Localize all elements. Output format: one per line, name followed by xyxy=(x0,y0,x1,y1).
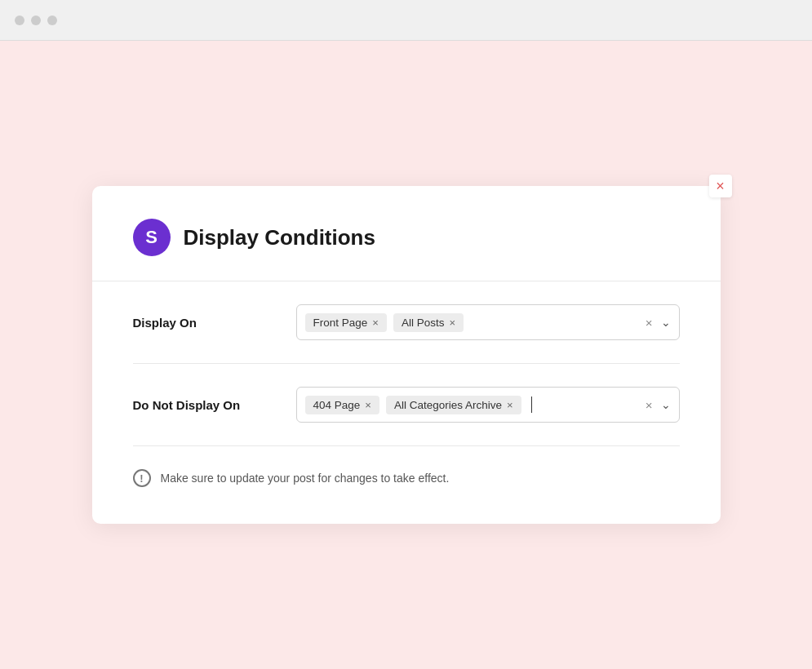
page-background: × S Display Conditions Display On Front … xyxy=(0,41,812,669)
display-on-field[interactable]: Front Page × All Posts × × ⌄ xyxy=(296,304,680,340)
tag-front-page: Front Page × xyxy=(305,313,387,332)
do-not-display-field-actions: × ⌄ xyxy=(646,398,671,411)
do-not-display-chevron-icon[interactable]: ⌄ xyxy=(661,398,671,411)
browser-dot-1 xyxy=(15,16,24,25)
display-on-row: Display On Front Page × All Posts × × ⌄ xyxy=(133,281,680,364)
modal-wrapper: × S Display Conditions Display On Front … xyxy=(92,186,721,524)
tag-all-posts: All Posts × xyxy=(393,313,464,332)
do-not-display-field[interactable]: 404 Page × All Categories Archive × × ⌄ xyxy=(296,387,680,423)
display-on-clear-icon[interactable]: × xyxy=(646,317,653,329)
do-not-display-row: Do Not Display On 404 Page × All Categor… xyxy=(133,364,680,446)
info-text: Make sure to update your post for change… xyxy=(161,472,450,485)
browser-dot-2 xyxy=(31,16,41,25)
close-icon: × xyxy=(716,178,725,195)
display-on-field-actions: × ⌄ xyxy=(646,316,671,329)
modal-header: S Display Conditions xyxy=(133,219,680,256)
logo-icon: S xyxy=(133,219,171,256)
text-cursor xyxy=(531,397,533,413)
modal-title: Display Conditions xyxy=(184,225,375,250)
display-on-chevron-icon[interactable]: ⌄ xyxy=(661,316,671,329)
modal-dialog: S Display Conditions Display On Front Pa… xyxy=(92,186,721,524)
tag-all-posts-text: All Posts xyxy=(402,317,445,329)
browser-chrome xyxy=(0,0,812,41)
do-not-display-clear-icon[interactable]: × xyxy=(646,399,653,411)
display-on-label: Display On xyxy=(133,316,296,330)
tag-front-page-remove[interactable]: × xyxy=(372,317,379,328)
tag-all-categories: All Categories Archive × xyxy=(386,396,521,414)
tag-404-text: 404 Page xyxy=(313,399,361,411)
tag-all-categories-text: All Categories Archive xyxy=(394,399,502,411)
info-row: ! Make sure to update your post for chan… xyxy=(133,446,680,487)
info-icon: ! xyxy=(133,469,151,487)
tag-404-page: 404 Page × xyxy=(305,396,379,414)
tag-all-categories-remove[interactable]: × xyxy=(507,400,513,410)
tag-front-page-text: Front Page xyxy=(313,317,368,329)
close-button[interactable]: × xyxy=(709,175,732,197)
tag-all-posts-remove[interactable]: × xyxy=(449,317,455,328)
do-not-display-label: Do Not Display On xyxy=(133,398,296,412)
browser-dot-3 xyxy=(47,16,57,25)
tag-404-remove[interactable]: × xyxy=(365,400,371,410)
